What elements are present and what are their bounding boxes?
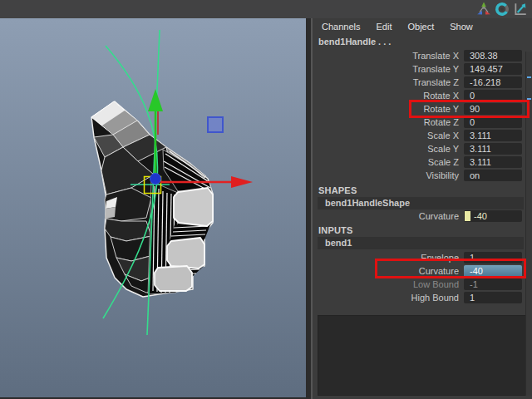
channel-box-empty-area: [318, 315, 526, 396]
shape-node-row[interactable]: bend1HandleShape: [318, 197, 524, 209]
channel-value-field[interactable]: -1: [464, 278, 522, 290]
channel-row-rotate-y: Rotate Y 90: [313, 103, 532, 115]
rotate-gauge-icon[interactable]: [495, 2, 510, 17]
inputs-section-header: INPUTS: [318, 225, 353, 235]
graph-arrow-icon[interactable]: [513, 2, 528, 17]
channel-value-field[interactable]: 1: [464, 252, 522, 264]
channel-row-rotate-z: Rotate Z 0: [313, 116, 532, 128]
channel-label[interactable]: Scale X: [313, 130, 459, 141]
channel-row-scale-y: Scale Y 3.111: [313, 143, 532, 155]
scroll-tick: [527, 76, 531, 78]
scroll-tick: [527, 98, 531, 100]
channel-label[interactable]: Translate Z: [313, 76, 459, 88]
channel-value-field[interactable]: 308.38: [464, 50, 522, 62]
input-node-row[interactable]: bend1: [318, 237, 524, 249]
channel-label[interactable]: Translate Y: [313, 63, 459, 75]
channel-value-field[interactable]: 3.111: [464, 156, 522, 168]
channel-row-high-bound: High Bound 1: [313, 292, 532, 303]
channel-box-menubar: Channels Edit Object Show: [313, 18, 532, 34]
channel-value-field[interactable]: on: [464, 170, 522, 181]
keyed-marker: [465, 211, 470, 221]
channel-value-field[interactable]: 0: [464, 90, 522, 101]
toolbar-icons: [476, 2, 528, 17]
channel-value-field[interactable]: 149.457: [464, 63, 522, 75]
channel-value-field[interactable]: -40: [464, 210, 522, 222]
channel-row-translate-x: Translate X 308.38: [313, 50, 532, 62]
channel-box-scrollbar[interactable]: [525, 52, 532, 396]
menu-edit[interactable]: Edit: [376, 22, 392, 32]
channel-row-visibility: Visibility on: [313, 170, 532, 181]
channel-value-field[interactable]: 0: [464, 116, 522, 128]
channel-label[interactable]: Curvature: [313, 210, 459, 222]
channel-label[interactable]: High Bound: [313, 292, 459, 303]
channel-row-scale-z: Scale Z 3.111: [313, 156, 532, 168]
channel-row-translate-y: Translate Y 149.457: [313, 63, 532, 75]
channel-label[interactable]: Curvature: [313, 265, 459, 277]
channel-value-field[interactable]: -16.218: [464, 76, 522, 88]
channel-row-translate-z: Translate Z -16.218: [313, 76, 532, 88]
channel-value-field[interactable]: 3.111: [464, 130, 522, 141]
channel-row-shape-curvature: Curvature -40: [313, 210, 532, 222]
shapes-section-header: SHAPES: [318, 185, 357, 195]
menu-object[interactable]: Object: [407, 22, 434, 32]
channel-label[interactable]: Low Bound: [313, 278, 459, 290]
channel-value-field-selected[interactable]: -40: [464, 265, 522, 278]
channel-box-panel: Channels Edit Object Show bend1Handle . …: [313, 18, 532, 399]
center-handle[interactable]: [150, 174, 161, 185]
menu-show[interactable]: Show: [450, 22, 473, 32]
channel-row-rotate-x: Rotate X 0: [313, 90, 532, 101]
viewport-canvas[interactable]: [0, 18, 306, 397]
viewport-3d[interactable]: [0, 18, 306, 397]
menu-channels[interactable]: Channels: [322, 22, 360, 32]
channel-label[interactable]: Envelope: [313, 252, 459, 264]
channel-value-field[interactable]: 1: [464, 292, 522, 303]
channel-row-scale-x: Scale X 3.111: [313, 130, 532, 141]
title-bar: [0, 0, 532, 18]
channel-label[interactable]: Rotate Y: [313, 103, 459, 115]
channel-label[interactable]: Rotate X: [313, 90, 459, 101]
cv-handle-square[interactable]: [208, 117, 223, 132]
channel-label[interactable]: Scale Y: [313, 143, 459, 155]
channel-label[interactable]: Rotate Z: [313, 116, 459, 128]
panel-divider[interactable]: [306, 18, 313, 399]
channel-label[interactable]: Visibility: [313, 170, 459, 181]
channel-row-low-bound: Low Bound -1: [313, 278, 532, 290]
node-header[interactable]: bend1Handle . . .: [318, 37, 391, 47]
channel-row-envelope: Envelope 1: [313, 252, 532, 264]
channel-value-field[interactable]: 90: [464, 103, 522, 115]
channel-label[interactable]: Translate X: [313, 50, 459, 62]
axis-triad-icon[interactable]: [476, 2, 491, 17]
channel-label[interactable]: Scale Z: [313, 156, 459, 168]
channel-row-curvature: Curvature -40: [313, 265, 532, 277]
channel-value-field[interactable]: 3.111: [464, 143, 522, 155]
